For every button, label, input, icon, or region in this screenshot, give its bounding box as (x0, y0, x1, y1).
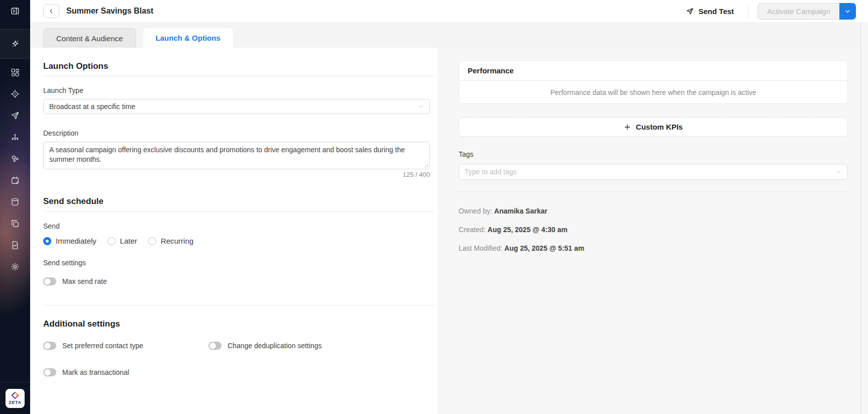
resize-handle-icon[interactable] (424, 163, 428, 168)
owned-by-label: Owned by: (459, 207, 492, 215)
modified-value: Aug 25, 2025 @ 5:51 am (504, 244, 584, 252)
sidebar-item-report[interactable] (0, 234, 30, 256)
topbar-actions: Send Test Activate Campaign (686, 3, 868, 20)
created-row: Created: Aug 25, 2025 @ 4:30 am (459, 226, 848, 234)
plus-icon (624, 124, 631, 131)
transactional-row: Mark as transactional (43, 368, 437, 376)
sparkle-icon (10, 39, 21, 49)
created-value: Aug 25, 2025 @ 4:30 am (488, 226, 568, 234)
chevron-down-icon (836, 169, 842, 175)
sidebar: ZETA (0, 0, 30, 414)
tags-label: Tags (459, 150, 848, 158)
sidebar-item-bubbles[interactable] (0, 148, 30, 169)
tab-label: Launch & Options (156, 34, 221, 42)
description-textarea[interactable]: A seasonal campaign offering exclusive d… (43, 142, 430, 169)
divider (43, 76, 435, 76)
database-icon (10, 197, 20, 207)
activate-button-group: Activate Campaign (757, 3, 856, 20)
activate-campaign-button[interactable]: Activate Campaign (757, 3, 839, 20)
zeta-wordmark: ZETA (9, 400, 22, 405)
scrollbar-track[interactable] (860, 22, 868, 414)
activate-dropdown-button[interactable] (839, 3, 856, 20)
sidebar-item-assistant[interactable] (0, 29, 30, 59)
tab-label: Content & Audience (56, 34, 123, 43)
sidebar-item-send[interactable] (0, 105, 30, 126)
tags-input[interactable] (459, 164, 847, 179)
sidebar-item-hierarchy[interactable] (0, 126, 30, 148)
divider (459, 191, 848, 192)
topbar: Summer Savings Blast Send Test Activate … (30, 0, 868, 22)
custom-kpis-button[interactable]: Custom KPIs (459, 117, 848, 137)
launch-options-panel: Launch Options Launch Type Broadcast at … (30, 48, 437, 414)
tab-content-audience[interactable]: Content & Audience (43, 28, 136, 48)
preferred-contact-row: Set preferred contact type (43, 342, 208, 350)
radio-immediately-label: Immediately (56, 237, 96, 245)
transactional-label: Mark as transactional (62, 368, 129, 376)
modified-row: Last Modified: Aug 25, 2025 @ 5:51 am (459, 244, 848, 252)
description-value: A seasonal campaign offering exclusive d… (49, 146, 405, 163)
radio-later-label: Later (120, 237, 137, 245)
sidebar-item-dashboard[interactable] (0, 61, 30, 83)
sidebar-item-calendar[interactable] (0, 169, 30, 191)
chevron-down-icon (418, 104, 424, 110)
chevron-down-icon (844, 8, 851, 15)
sidebar-item-target[interactable] (0, 83, 30, 105)
send-radio-group: Immediately Later Recurring (43, 237, 437, 245)
send-test-button[interactable]: Send Test (686, 7, 734, 16)
created-label: Created: (459, 226, 486, 234)
sidebar-item-copy[interactable] (0, 213, 30, 234)
radio-later[interactable] (107, 237, 116, 245)
page-title: Summer Savings Blast (66, 7, 153, 16)
calendar-icon (10, 175, 20, 185)
performance-title: Performance (459, 61, 847, 81)
max-send-rate-row: Max send rate (43, 277, 437, 285)
max-send-rate-label: Max send rate (62, 277, 107, 285)
zeta-logo[interactable]: ZETA (6, 389, 25, 408)
description-label: Description (43, 129, 437, 137)
sidebar-nav (0, 61, 30, 277)
preferred-contact-label: Set preferred contact type (62, 342, 143, 350)
header-divider (748, 4, 748, 18)
hierarchy-icon (10, 132, 20, 142)
radio-immediately[interactable] (43, 237, 51, 245)
back-button[interactable] (43, 4, 59, 18)
section-title-launch-options: Launch Options (43, 61, 437, 71)
tab-launch-options[interactable]: Launch & Options (143, 28, 233, 48)
launch-type-value: Broadcast at a specific time (49, 102, 135, 111)
bubbles-icon (10, 154, 20, 164)
radio-recurring[interactable] (148, 237, 156, 245)
copy-icon (10, 219, 20, 229)
summary-panel: Performance Performance data will be sho… (437, 48, 860, 414)
owned-by-row: Owned by: Anamika Sarkar (459, 207, 848, 215)
sidebar-toggle-icon (10, 6, 20, 16)
launch-type-label: Launch Type (43, 86, 437, 94)
performance-empty-message: Performance data will be shown here when… (459, 81, 847, 104)
modified-label: Last Modified: (459, 244, 502, 252)
sidebar-item-database[interactable] (0, 191, 30, 213)
max-send-rate-toggle[interactable] (43, 277, 56, 285)
divider (43, 211, 435, 212)
send-icon (10, 111, 20, 121)
sidebar-item-settings[interactable] (0, 256, 30, 277)
send-settings-label: Send settings (43, 259, 437, 267)
report-icon (10, 240, 20, 250)
paper-plane-icon (686, 7, 694, 16)
send-test-label: Send Test (699, 7, 734, 16)
preferred-contact-toggle[interactable] (43, 342, 56, 350)
deduplication-label: Change deduplication settings (228, 342, 322, 350)
char-counter: 125 / 400 (43, 171, 430, 178)
zeta-diamond-icon (11, 391, 19, 399)
chevron-left-icon (48, 8, 54, 14)
deduplication-toggle[interactable] (208, 342, 222, 350)
deduplication-row: Change deduplication settings (208, 342, 322, 350)
section-title-send-schedule: Send schedule (43, 196, 437, 206)
radio-recurring-label: Recurring (161, 237, 193, 245)
tab-bar: Content & Audience Launch & Options (30, 22, 868, 48)
dashboard-icon (10, 67, 20, 77)
sidebar-toggle-button[interactable] (0, 0, 30, 22)
divider (43, 305, 435, 305)
send-label: Send (43, 222, 437, 230)
launch-type-select[interactable]: Broadcast at a specific time (43, 99, 430, 114)
additional-settings-row-1: Set preferred contact type Change dedupl… (43, 342, 437, 350)
transactional-toggle[interactable] (43, 368, 56, 376)
